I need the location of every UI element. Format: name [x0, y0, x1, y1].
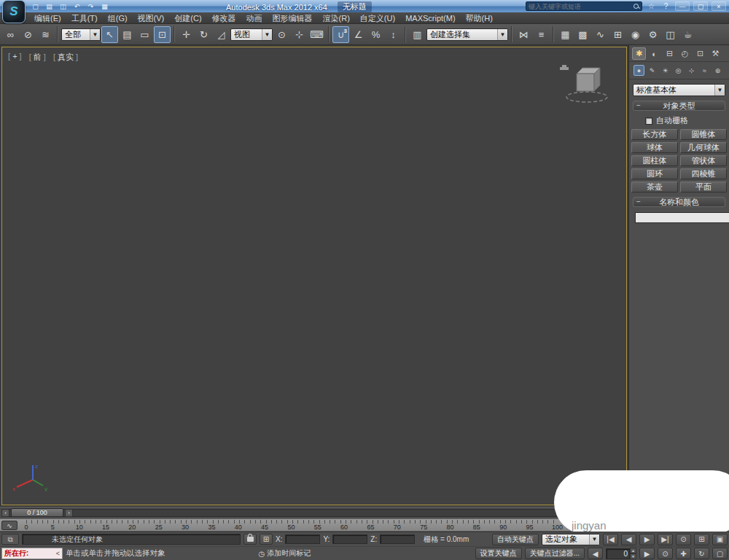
- listener-expand-icon[interactable]: <: [56, 550, 60, 557]
- collapse-icon[interactable]: −: [636, 102, 641, 109]
- fov-icon[interactable]: ⊙: [658, 548, 673, 559]
- menu-item[interactable]: 渲染(R): [318, 12, 355, 24]
- primitive-button[interactable]: 圆锥体: [680, 129, 727, 140]
- previous-key-icon[interactable]: ◀: [588, 548, 603, 559]
- menu-item[interactable]: 修改器: [207, 12, 241, 24]
- select-and-rotate-icon[interactable]: ↻: [195, 26, 212, 43]
- graphite-modeling-icon[interactable]: ▩: [574, 26, 591, 43]
- primitive-button[interactable]: 球体: [631, 142, 678, 153]
- schematic-view-icon[interactable]: ⊞: [609, 26, 626, 43]
- primitive-button[interactable]: 几何球体: [680, 142, 727, 153]
- go-to-end-icon[interactable]: ▶|: [658, 534, 673, 545]
- object-name-field[interactable]: [635, 212, 729, 223]
- menu-item[interactable]: 创建(C): [169, 12, 206, 24]
- mini-listener-icon[interactable]: ⧉: [1, 534, 19, 545]
- app-logo[interactable]: S: [2, 0, 26, 23]
- chevron-down-icon[interactable]: ▼: [497, 29, 507, 40]
- percent-snap-icon[interactable]: %: [367, 26, 384, 43]
- keyboard-shortcut-override-icon[interactable]: ⌨: [308, 26, 325, 43]
- zoom-extents-icon[interactable]: ▣: [712, 534, 728, 545]
- search-input[interactable]: [529, 3, 634, 10]
- select-by-name-icon[interactable]: ▤: [119, 26, 136, 43]
- z-coordinate-field[interactable]: [380, 534, 415, 544]
- layer-manager-icon[interactable]: ▦: [557, 26, 574, 43]
- search-box[interactable]: [526, 1, 642, 11]
- maximize-viewport-icon[interactable]: ▢: [712, 548, 728, 559]
- rectangular-selection-region-icon[interactable]: ▭: [136, 26, 153, 43]
- viewport-shading-menu[interactable]: 真实: [53, 52, 78, 63]
- geometry-class-dropdown[interactable]: 标准基本体 ▼: [633, 84, 725, 96]
- primitive-button[interactable]: 圆柱体: [631, 155, 678, 166]
- tab-utilities-icon[interactable]: ⚒: [709, 47, 722, 60]
- category-helpers-icon[interactable]: ⊹: [686, 65, 697, 76]
- frame-value[interactable]: 0: [606, 548, 630, 559]
- tab-motion-icon[interactable]: ◴: [678, 47, 692, 60]
- chevron-down-icon[interactable]: ▼: [262, 29, 272, 40]
- primitive-button[interactable]: 平面: [680, 182, 727, 192]
- category-systems-icon[interactable]: ⊛: [712, 65, 723, 76]
- new-scene-icon[interactable]: ▢: [29, 1, 42, 12]
- category-geometry-icon[interactable]: ●: [634, 65, 644, 76]
- selection-lock-icon[interactable]: [243, 534, 257, 545]
- angle-snap-icon[interactable]: ∠: [350, 26, 367, 43]
- primitive-button[interactable]: 四棱锥: [680, 168, 727, 179]
- edit-named-selection-sets-icon[interactable]: ▥: [409, 26, 426, 43]
- render-setup-icon[interactable]: ⚙: [644, 26, 661, 43]
- auto-key-button[interactable]: 自动关键点: [492, 534, 539, 545]
- key-mode-dropdown[interactable]: 选定对象 ▼: [542, 534, 600, 545]
- select-object-icon[interactable]: ↖: [101, 26, 118, 43]
- select-and-link-icon[interactable]: ∞: [2, 26, 19, 43]
- menu-item[interactable]: 帮助(H): [461, 12, 498, 24]
- minimize-button[interactable]: —: [675, 1, 690, 11]
- set-key-button[interactable]: 设置关键点: [475, 548, 522, 559]
- collapse-icon[interactable]: −: [636, 198, 641, 206]
- primitive-button[interactable]: 茶壶: [631, 182, 678, 192]
- viewcube[interactable]: [559, 63, 610, 107]
- chevron-down-icon[interactable]: ▼: [90, 29, 100, 40]
- frame-back-arrow[interactable]: ‹: [1, 509, 9, 517]
- tab-display-icon[interactable]: ⊡: [693, 47, 707, 60]
- maxscript-mini-listener[interactable]: 所在行: <: [1, 548, 63, 559]
- material-editor-icon[interactable]: ◉: [627, 26, 644, 43]
- primitive-button[interactable]: 圆环: [631, 168, 678, 179]
- open-file-icon[interactable]: ▤: [43, 1, 55, 12]
- menu-item[interactable]: 图形编辑器: [268, 12, 318, 24]
- track-bar[interactable]: ∿ 05101520253035404550556065707580859095…: [0, 518, 628, 532]
- bind-to-space-warp-icon[interactable]: ≋: [37, 26, 54, 43]
- rollout-name-color[interactable]: − 名称和颜色: [633, 197, 725, 207]
- rendered-frame-window-icon[interactable]: ◫: [662, 26, 679, 43]
- redo-icon[interactable]: ↷: [85, 1, 97, 12]
- unlink-selection-icon[interactable]: ⊘: [20, 26, 36, 43]
- tab-hierarchy-icon[interactable]: ⊟: [663, 47, 677, 60]
- window-crossing-icon[interactable]: ⊡: [154, 26, 171, 43]
- render-production-icon[interactable]: ☕: [679, 26, 696, 43]
- restore-button[interactable]: ▢: [693, 1, 708, 11]
- menu-item[interactable]: MAXScript(M): [400, 12, 460, 24]
- orbit-icon[interactable]: ↻: [694, 548, 709, 559]
- use-pivot-point-center-icon[interactable]: ⊙: [273, 26, 290, 43]
- reference-coordinate-system-dropdown[interactable]: 视图 ▼: [230, 28, 273, 41]
- selection-filter-dropdown[interactable]: 全部 ▼: [61, 28, 101, 41]
- project-folder-icon[interactable]: ▦: [98, 1, 111, 12]
- menu-item[interactable]: 组(G): [103, 12, 133, 24]
- menu-item[interactable]: 动画: [241, 12, 268, 24]
- snap-toggle-icon[interactable]: ∪ 3: [332, 26, 349, 43]
- primitive-button[interactable]: 长方体: [631, 129, 678, 140]
- pan-icon[interactable]: ✚: [676, 548, 691, 559]
- key-filters-button[interactable]: 关键点过滤器...: [525, 548, 585, 559]
- spinner-up-icon[interactable]: ▲: [630, 548, 636, 553]
- absolute-offset-toggle-icon[interactable]: ⊞: [260, 534, 273, 545]
- zoom-all-icon[interactable]: ⊞: [694, 534, 709, 545]
- chevron-down-icon[interactable]: ▼: [589, 534, 599, 545]
- previous-frame-icon[interactable]: ◀: [621, 534, 636, 545]
- go-to-start-icon[interactable]: |◀: [603, 534, 618, 545]
- viewport-front[interactable]: + 前 真实 x y z: [1, 47, 627, 505]
- zoom-icon[interactable]: ⊙: [676, 534, 691, 545]
- undo-icon[interactable]: ↶: [71, 1, 83, 12]
- help-icon[interactable]: ?: [660, 2, 671, 10]
- align-icon[interactable]: ≡: [533, 26, 550, 43]
- frame-forward-arrow[interactable]: ›: [65, 509, 73, 517]
- select-and-manipulate-icon[interactable]: ⊹: [291, 26, 308, 43]
- current-frame-spinner[interactable]: 0 ▲ ▼: [606, 548, 636, 559]
- menu-item[interactable]: 工具(T): [66, 12, 103, 24]
